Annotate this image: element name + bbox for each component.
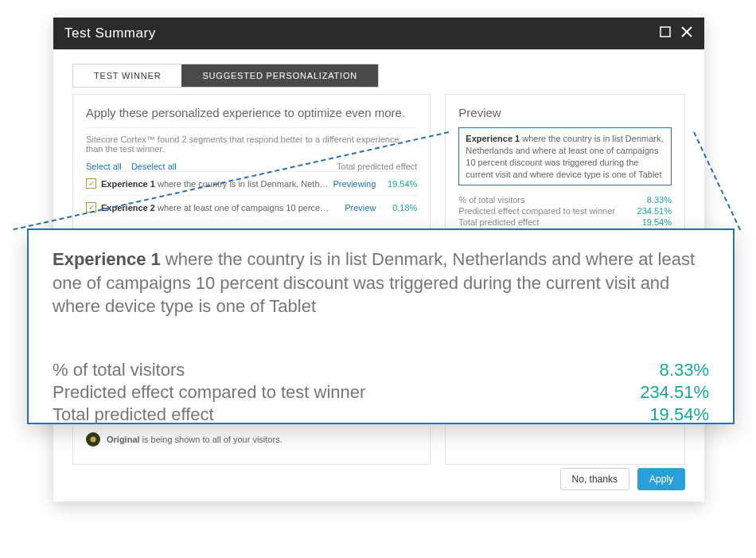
stat-label: Predicted effect compared to test winner [458,206,615,216]
metric-value: 234.51% [640,382,709,403]
stat-label: Total predicted effect [458,217,539,227]
select-all-link[interactable]: Select all [86,162,122,171]
preview-heading: Preview [458,106,672,119]
svg-point-1 [91,437,96,443]
metric-value: 19.54% [649,404,709,425]
close-icon[interactable] [680,25,693,42]
preview-stats: % of total visitors8.33% Predicted effec… [458,195,672,227]
metric-label: Predicted effect compared to test winner [53,382,365,403]
experience-name: Experience 2 where at least one of campa… [101,203,340,213]
experience-row: ✓ Experience 2 where at least one of cam… [86,195,417,219]
preview-link[interactable]: Preview [345,203,376,213]
tab-test-winner[interactable]: TEST WINNER [72,64,181,88]
metric-label: Total predicted effect [53,404,214,425]
preview-description-box: Experience 1 where the country is in lis… [458,127,672,185]
predicted-effect-value: 0.18% [380,203,417,213]
window-title: Test Summary [64,25,156,41]
original-info: Original is being shown to all of your v… [86,426,417,453]
maximize-icon[interactable] [660,25,671,41]
zoom-description: Experience 1 where the country is in lis… [53,248,709,318]
stat-value: 234.51% [637,206,672,216]
deselect-all-link[interactable]: Deselect all [131,162,177,171]
no-thanks-button[interactable]: No, thanks [560,468,629,490]
stat-value: 8.33% [647,195,672,205]
titlebar: Test Summary [53,18,704,49]
original-badge-icon [86,432,100,447]
footer-actions: No, thanks Apply [560,468,685,490]
tab-suggested-personalization[interactable]: SUGGESTED PERSONALIZATION [181,64,379,88]
checkbox-icon[interactable]: ✓ [86,178,96,189]
zoom-callout: Experience 1 where the country is in lis… [27,228,735,424]
metric-value: 8.33% [660,360,709,380]
tabs: TEST WINNER SUGGESTED PERSONALIZATION [53,49,704,94]
stat-label: % of total visitors [458,195,524,205]
preview-link[interactable]: Previewing [333,179,376,189]
personalization-heading: Apply these personalized experience to o… [86,106,417,119]
total-predicted-label: Total predicted effect [337,162,417,171]
stat-value: 19.54% [642,217,672,227]
svg-rect-0 [661,27,670,37]
apply-button[interactable]: Apply [637,468,685,490]
predicted-effect-value: 19.54% [380,179,417,189]
metric-label: % of total visitors [53,360,185,380]
